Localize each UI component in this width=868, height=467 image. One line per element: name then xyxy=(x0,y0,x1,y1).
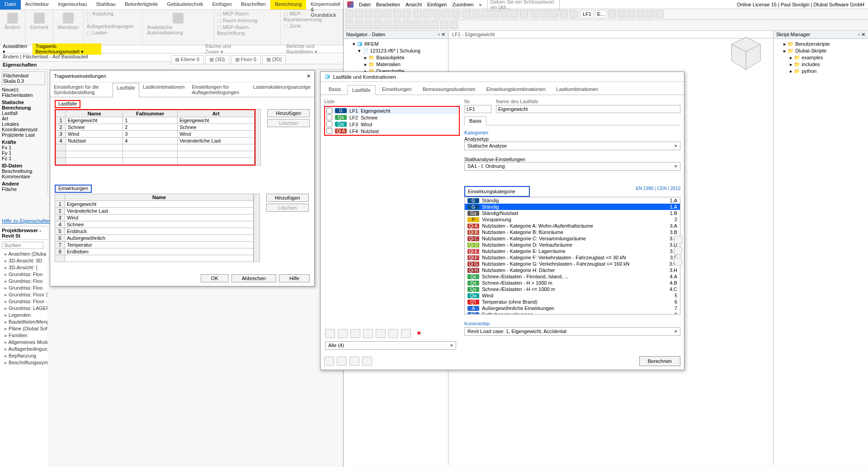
category-row[interactable]: QsSchnee-/Eislasten - H > 1000 m4.B xyxy=(465,280,680,286)
tool-icon[interactable] xyxy=(560,10,568,18)
category-row[interactable]: Qi DNutzlasten - Kategorie D: Verkaufsrä… xyxy=(465,242,680,248)
tree-item[interactable]: Grundriss: Floo xyxy=(5,278,47,285)
tree-item[interactable]: Beschriftungssymbole xyxy=(5,359,47,366)
tool-icon[interactable] xyxy=(383,21,392,29)
ribbon-btn[interactable]: Analytische Automatisierung xyxy=(145,11,211,37)
loadcases-table[interactable]: NameFallnummerArt 1Eigengewicht1Eigengew… xyxy=(56,110,255,165)
tree-item[interactable]: 3D-Ansicht: { xyxy=(5,264,47,271)
category-row[interactable]: Qi GNutzlasten - Kategorie G: Verkehrsla… xyxy=(465,261,680,267)
comment-input[interactable]: Revit Load case: 1, Eigengewicht, Accide… xyxy=(464,327,680,336)
tool-icon[interactable] xyxy=(618,10,626,18)
table-row[interactable]: 5Erddruck xyxy=(55,228,254,235)
settings-combo[interactable]: SA1 - I. Ordnung xyxy=(464,162,680,171)
table-row[interactable]: 2Schnee2Schnee xyxy=(56,124,255,131)
menu-item[interactable]: Zuordnen xyxy=(452,2,473,7)
tree-item[interactable]: Bauteillisten/Mengen (Dlubal Software) xyxy=(5,319,47,325)
properties-help-link[interactable]: Hilfe zu Eigenschaften xyxy=(2,218,51,224)
category-row[interactable]: Qi ENutzlasten - Kategorie E: Lagerräume… xyxy=(465,248,680,254)
ribbon-btn[interactable]: Element xyxy=(28,11,50,32)
model-dropdown[interactable]: Tragwerk-Berechnungsmodell ▾ xyxy=(33,43,101,55)
ribbon-list[interactable]: MEP-RaumbenennungZone xyxy=(283,11,340,29)
tool-icon[interactable] xyxy=(440,21,448,29)
tool-icon[interactable] xyxy=(531,10,539,18)
tool-icon[interactable] xyxy=(482,10,490,18)
tree-item[interactable]: Bepflanzung xyxy=(5,353,47,359)
tool-icon[interactable] xyxy=(363,329,373,338)
category-row[interactable]: GStändig1.A xyxy=(465,204,680,210)
tool-icon[interactable] xyxy=(393,10,401,18)
category-row[interactable]: QTTemperatur (ohne Brand)6 xyxy=(465,299,680,305)
menu-item[interactable]: Ansicht xyxy=(406,2,422,7)
tree-item[interactable]: 3D-Ansicht: 3D xyxy=(5,257,47,264)
panel-close-icon[interactable]: ▫ ✕ xyxy=(438,32,445,38)
tree-item[interactable]: Grundriss: Floo xyxy=(5,271,47,278)
tool-icon[interactable] xyxy=(450,21,458,29)
delete-icon[interactable]: ✖ xyxy=(414,329,424,338)
tree-item[interactable]: Basisobjekte xyxy=(346,54,445,61)
table-row[interactable]: 6Außergewöhnlich xyxy=(55,235,254,242)
tree-item[interactable]: Grundriss: Floor 3 xyxy=(5,291,47,298)
nr-input[interactable]: LF1 xyxy=(464,105,491,113)
view-tab[interactable]: {3D} xyxy=(262,55,286,64)
tool-icon[interactable] xyxy=(463,10,471,18)
tool-icon[interactable] xyxy=(608,10,616,18)
ribbon-tab[interactable]: Betonfertigteile xyxy=(120,0,162,10)
category-row[interactable]: PVorspannung2 xyxy=(465,216,680,223)
menu-item[interactable]: » xyxy=(479,2,482,7)
tool-icon[interactable] xyxy=(674,236,682,244)
loadcase-row[interactable]: QsLF2Schnee xyxy=(326,114,458,121)
tool-icon[interactable] xyxy=(520,10,528,18)
panel-close-icon[interactable]: ▫ ✕ xyxy=(858,32,865,38)
tool-icon[interactable] xyxy=(374,21,382,29)
view-cube-icon[interactable] xyxy=(728,35,764,71)
tool-icon[interactable] xyxy=(345,21,354,29)
tree-item[interactable]: Legenden xyxy=(5,312,47,319)
tool-icon[interactable] xyxy=(402,21,410,29)
ribbon-list[interactable]: MEP-RaumRaum-trennungMEP-Raum-Beschriftu… xyxy=(217,11,278,36)
category-row[interactable]: Qi HNutzlasten - Kategorie H: Dächer3.H xyxy=(465,267,680,273)
tree-item[interactable]: Allgemeines Modell xyxy=(5,339,47,346)
ribbon-tab[interactable]: Körpermodell & Grundstück xyxy=(306,0,344,10)
dialog-tab[interactable]: Lastkombinationen xyxy=(139,82,188,97)
tool-icon[interactable] xyxy=(541,10,549,18)
tree-item[interactable]: Grundriss: LAGEPLAN xyxy=(5,305,47,312)
menu-item[interactable]: Datei xyxy=(359,2,371,7)
category-row[interactable]: Qi ANutzlasten - Kategorie A: Wohn-/Aufe… xyxy=(465,223,680,229)
tool-icon[interactable] xyxy=(325,329,335,338)
delete-button[interactable]: Löschen xyxy=(266,204,309,212)
script-tree-item[interactable]: includes xyxy=(777,61,864,68)
ribbon-tab-active[interactable]: Berechnung xyxy=(270,0,306,10)
tool-icon[interactable] xyxy=(510,10,519,18)
lf-combo[interactable]: E... xyxy=(595,10,607,18)
category-row[interactable]: AAußergewöhnliche Einwirkungen7 xyxy=(465,305,680,311)
tool-icon[interactable] xyxy=(414,10,422,18)
help-button[interactable]: Hilfe xyxy=(279,274,310,282)
delete-button[interactable]: Löschen xyxy=(267,119,310,127)
table-row[interactable]: 8Erdbeben xyxy=(55,248,254,255)
menu-item[interactable]: Bearbeiten xyxy=(376,2,400,7)
tool-icon[interactable] xyxy=(355,21,363,29)
document-tab[interactable]: LF1 - Eigengewicht xyxy=(448,31,773,38)
tool-icon[interactable] xyxy=(402,10,410,18)
table-row[interactable]: 2Veränderliche Last xyxy=(55,208,254,214)
view-tab[interactable]: {3D} xyxy=(205,55,229,64)
script-tree-item[interactable]: Benutzerskripte xyxy=(777,41,864,48)
tree-root[interactable]: RFEM xyxy=(346,41,445,48)
tree-item[interactable]: Ansichten (Dluba xyxy=(5,251,47,257)
ribbon-tab[interactable]: Beschriften xyxy=(236,0,270,10)
tree-item[interactable]: Pläne (Dlubal Software) xyxy=(5,325,47,332)
tool-icon[interactable] xyxy=(412,21,420,29)
script-tree-item[interactable]: Dlubal-Skripte xyxy=(777,48,864,54)
cancel-button[interactable]: Abbrechen xyxy=(231,274,276,282)
tool-icon[interactable] xyxy=(364,21,373,29)
ribbon-btn[interactable]: Membran xyxy=(56,11,80,32)
ribbon-file-tab[interactable]: Datei xyxy=(0,0,21,10)
category-row[interactable]: GStändig1.A xyxy=(465,197,680,204)
add-button[interactable]: Hinzufügen xyxy=(267,109,310,117)
tree-item[interactable]: Auflagerbedingungen xyxy=(5,346,47,353)
script-tree-item[interactable]: python xyxy=(777,68,864,75)
category-row[interactable]: AEErdbebeneinwirkungen8 xyxy=(465,311,680,315)
table-row[interactable]: 7Temperatur xyxy=(55,242,254,248)
tool-icon[interactable] xyxy=(674,257,682,266)
tool-icon[interactable] xyxy=(442,10,450,18)
